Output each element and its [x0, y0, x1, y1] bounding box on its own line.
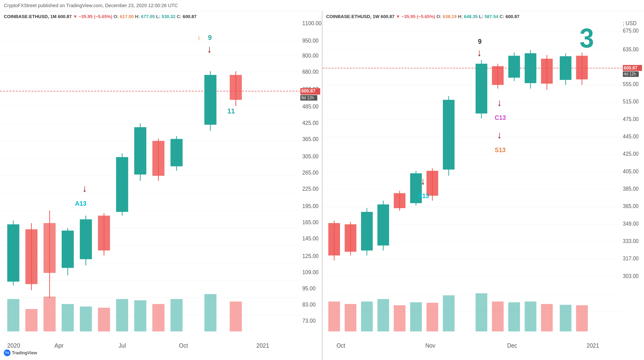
svg-rect-81 [204, 294, 216, 331]
svg-rect-78 [134, 300, 146, 332]
svg-text:800.00: 800.00 [302, 52, 318, 58]
right-o-label: O: [436, 14, 442, 19]
right-change: ▼ −35.95 (−5.65%) [396, 14, 435, 19]
svg-rect-171 [508, 302, 520, 332]
svg-rect-174 [560, 305, 571, 332]
svg-rect-74 [62, 304, 74, 331]
svg-text:265.00: 265.00 [302, 169, 318, 175]
svg-text:2020: 2020 [7, 342, 20, 349]
svg-text:485.00: 485.00 [302, 103, 318, 110]
charts-row: COINBASE:ETHUSD, 1M 600.87 ▼ −35.95 (−5.… [0, 11, 644, 360]
svg-text:125.00: 125.00 [302, 253, 318, 259]
svg-text:305.00: 305.00 [302, 153, 318, 159]
svg-rect-170 [492, 302, 504, 332]
svg-rect-172 [524, 302, 536, 332]
svg-text:A13: A13 [418, 192, 429, 200]
svg-text:↓: ↓ [477, 47, 482, 58]
svg-text:Dec: Dec [507, 342, 517, 349]
svg-text:9: 9 [478, 37, 482, 45]
svg-text:i: i [198, 35, 200, 41]
svg-rect-64 [152, 141, 164, 176]
svg-text:Oct: Oct [336, 342, 345, 349]
right-h-val: 648.35 [464, 14, 478, 19]
svg-rect-161 [328, 302, 340, 332]
left-l-val: 530.32 [162, 14, 176, 19]
svg-rect-73 [44, 297, 56, 332]
svg-rect-175 [576, 305, 588, 332]
svg-text:405.00: 405.00 [623, 168, 638, 175]
svg-rect-60 [116, 157, 128, 212]
svg-text:2021: 2021 [256, 342, 269, 349]
svg-text:Apr: Apr [54, 342, 64, 349]
right-l-val: 587.54 [484, 14, 498, 19]
watermark-left: TV TradingView [4, 350, 37, 356]
svg-rect-168 [443, 295, 454, 332]
svg-rect-58 [98, 216, 110, 251]
svg-rect-77 [116, 299, 128, 331]
left-l-label: L: [156, 14, 160, 19]
svg-rect-56 [80, 219, 92, 259]
svg-rect-138 [377, 204, 389, 245]
right-chart-panel: COINBASE:ETHUSD, 1W 600.87 ▼ −35.95 (−5.… [322, 11, 644, 360]
tv-text: TradingView [12, 351, 37, 356]
svg-rect-54 [62, 230, 74, 268]
svg-rect-152 [508, 56, 520, 77]
right-o-val: 638.19 [443, 14, 456, 19]
svg-rect-136 [361, 212, 373, 250]
svg-text:Nov: Nov [425, 342, 436, 349]
svg-text:Oct: Oct [179, 342, 188, 349]
svg-text:3: 3 [580, 22, 594, 53]
right-chart-svg: 675.00 635.00 600.87 4d 12h 555.00 515.0… [322, 11, 644, 360]
right-chart-header: COINBASE:ETHUSD, 1W 600.87 ▼ −35.95 (−5.… [326, 13, 520, 20]
svg-text:635.00: 635.00 [623, 46, 638, 52]
left-symbol: COINBASE:ETHUSD, 1M [4, 14, 57, 19]
svg-text:↓: ↓ [82, 183, 87, 194]
svg-rect-66 [170, 139, 182, 166]
svg-rect-48 [7, 224, 19, 282]
svg-text:145.00: 145.00 [302, 235, 318, 242]
svg-rect-146 [443, 100, 454, 170]
svg-text:225.00: 225.00 [302, 186, 318, 192]
svg-text:195.00: 195.00 [302, 203, 318, 209]
publisher-text: CryptoFXStreet published on TradingView.… [4, 3, 178, 8]
svg-text:425.00: 425.00 [302, 120, 318, 126]
svg-rect-72 [26, 309, 38, 331]
svg-rect-163 [361, 302, 373, 332]
svg-rect-80 [170, 299, 182, 331]
svg-rect-169 [476, 293, 487, 331]
left-chart-panel: COINBASE:ETHUSD, 1M 600.87 ▼ −35.95 (−5.… [0, 11, 322, 360]
svg-text:Jul: Jul [118, 342, 126, 349]
svg-rect-148 [476, 64, 487, 113]
svg-text:11: 11 [227, 107, 235, 115]
right-c-label: C: [500, 14, 504, 19]
left-chart-header: COINBASE:ETHUSD, 1M 600.87 ▼ −35.95 (−5.… [4, 13, 196, 20]
right-price: 600.87 [381, 14, 394, 19]
svg-text:333.00: 333.00 [623, 238, 638, 244]
svg-text:165.00: 165.00 [302, 219, 318, 225]
main-container: CryptoFXStreet published on TradingView.… [0, 0, 644, 360]
svg-rect-144 [426, 171, 438, 196]
svg-text:317.00: 317.00 [623, 255, 638, 262]
right-h-label: H: [458, 14, 463, 19]
svg-rect-76 [98, 308, 110, 331]
left-h-val: 677.05 [141, 14, 155, 19]
svg-text:515.00: 515.00 [623, 99, 638, 105]
svg-text:950.00: 950.00 [302, 37, 318, 43]
svg-text:445.00: 445.00 [623, 133, 638, 140]
svg-text:9: 9 [208, 34, 212, 41]
right-symbol: COINBASE:ETHUSD, 1W [326, 14, 380, 19]
svg-text:680.00: 680.00 [302, 68, 318, 75]
svg-rect-52 [44, 223, 56, 273]
svg-rect-164 [377, 299, 389, 331]
svg-text:475.00: 475.00 [623, 116, 638, 122]
svg-text:365.00: 365.00 [302, 136, 318, 142]
svg-rect-79 [152, 304, 164, 331]
left-change: ▼ −35.95 (−5.65%) [73, 14, 112, 19]
svg-text:C13: C13 [494, 114, 506, 121]
svg-text:365.00: 365.00 [623, 203, 638, 210]
left-c-label: C: [176, 14, 181, 19]
svg-text:8d 12h: 8d 12h [301, 95, 314, 100]
svg-rect-150 [492, 66, 504, 85]
svg-text:675.00: 675.00 [623, 27, 638, 34]
svg-rect-50 [26, 229, 38, 284]
